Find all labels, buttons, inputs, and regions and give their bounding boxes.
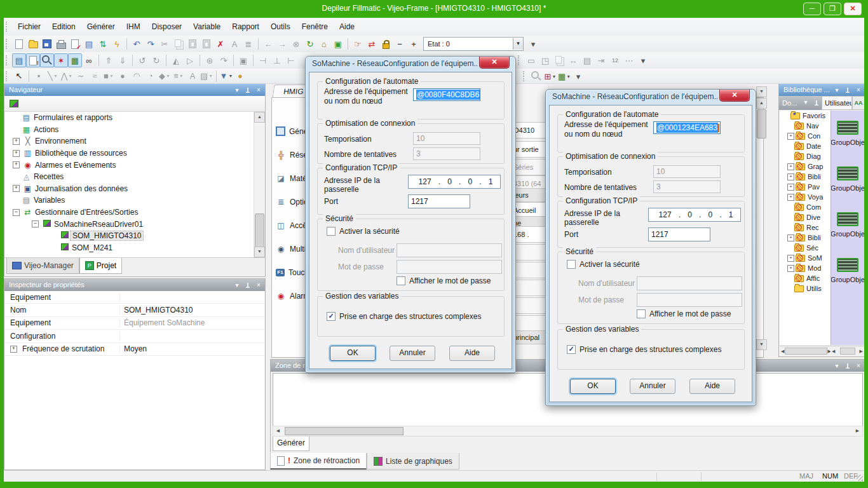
redo-icon[interactable]: ↷ — [144, 37, 158, 51]
collapse-icon[interactable]: − — [13, 209, 20, 216]
close-panel-icon[interactable]: × — [255, 279, 262, 291]
library-folder[interactable]: +Bibli — [780, 172, 831, 182]
scroll-up-icon[interactable]: ▲ — [756, 98, 767, 109]
password-input[interactable] — [637, 293, 742, 307]
expand-icon[interactable]: + — [787, 265, 794, 272]
tree-item[interactable]: ▦Actions — [5, 124, 254, 136]
home-panel-icon[interactable]: ⌂ — [317, 37, 331, 51]
scroll-up-icon[interactable]: ▲ — [254, 112, 265, 123]
toggle-feedback-zone-icon[interactable]: ! — [26, 53, 40, 67]
complex-structures-checkbox[interactable]: ✓Prise en charge des structures complexe… — [567, 345, 721, 354]
toggle-zoom-icon[interactable] — [40, 53, 54, 67]
print-icon[interactable] — [54, 37, 68, 51]
checkbox-icon[interactable] — [327, 227, 336, 236]
refresh-icon[interactable]: ↻ — [303, 37, 317, 51]
expand-icon[interactable]: + — [787, 133, 794, 140]
library-folder[interactable]: Dive — [780, 212, 831, 222]
library-object[interactable]: GroupObje — [831, 202, 864, 248]
tree-item[interactable]: ▤Variables — [5, 194, 254, 207]
library-object[interactable]: GroupObje — [831, 156, 864, 202]
panel-chevron-icon[interactable]: ▼ — [756, 86, 767, 97]
open-folder-icon[interactable] — [26, 37, 40, 51]
switch-tool-icon[interactable]: ▼▼ — [219, 69, 233, 83]
port-input[interactable]: 1217 — [648, 227, 710, 241]
toolbar-overflow-icon[interactable]: ▾ — [526, 37, 540, 51]
property-row[interactable]: +Fréquence de scrutationMoyen — [5, 343, 264, 356]
chevron-down-icon[interactable]: ▼ — [68, 74, 72, 78]
tree-item[interactable]: SOM_HMIGTO4310 — [5, 230, 254, 242]
scroll-thumb[interactable] — [285, 427, 403, 435]
feedback-scrollbar[interactable]: ◀ ▶ — [273, 426, 863, 437]
grid-toggle-icon[interactable]: ▦▼ — [557, 69, 571, 83]
cancel-button[interactable]: Annuler — [630, 379, 675, 394]
ok-button[interactable]: OK — [570, 379, 616, 394]
port-input[interactable]: 1217 — [408, 194, 470, 208]
pan-hand-icon[interactable]: ☞ — [351, 37, 365, 51]
export-panel-icon[interactable]: ▣ — [331, 37, 345, 51]
device-address-input[interactable]: @0080F40C8DB6 — [413, 88, 480, 101]
library-folder[interactable]: Affic — [780, 273, 831, 283]
library-folder[interactable]: Com — [780, 202, 831, 212]
checkbox-icon[interactable]: ✓ — [567, 345, 576, 354]
expand-icon[interactable]: + — [787, 184, 794, 191]
tree-item[interactable]: ▤Formulaires et rapports — [5, 112, 254, 124]
select-tool-icon[interactable]: ↖ — [12, 69, 26, 83]
checkbox-icon[interactable] — [567, 260, 576, 269]
expand-icon[interactable]: + — [787, 163, 794, 170]
close-panel-icon[interactable]: × — [255, 84, 262, 96]
property-row[interactable]: Equipement — [5, 291, 264, 304]
dialog-close-button[interactable]: ✕ — [719, 90, 750, 102]
chevron-down-icon[interactable]: ▼ — [208, 74, 213, 78]
gateway-ip-input[interactable]: 127.0.0.1 — [408, 175, 501, 189]
library-folder[interactable]: +Mod — [780, 263, 831, 273]
chevron-down-icon[interactable]: ▼ — [513, 38, 523, 50]
toolbar-overflow-icon[interactable]: ▾ — [636, 53, 650, 67]
library-folder[interactable]: Date — [780, 141, 831, 151]
checkbox-icon[interactable] — [397, 276, 405, 285]
chevron-down-icon[interactable]: ▼ — [53, 74, 58, 78]
library-folder[interactable]: Séc — [780, 243, 831, 253]
menu-disposer[interactable]: Disposer — [146, 22, 187, 31]
minimize-button[interactable]: ─ — [803, 3, 821, 15]
font-browse-icon[interactable]: AA — [852, 96, 865, 110]
new-file-icon[interactable] — [12, 37, 26, 51]
help-button[interactable]: Aide — [449, 346, 495, 361]
expand-icon[interactable]: + — [13, 150, 20, 157]
library-tab-utilisateur[interactable]: Utilisateu — [822, 96, 852, 110]
pin-icon[interactable]: T — [844, 360, 851, 372]
expand-icon[interactable]: + — [787, 234, 794, 241]
search-binoculars-icon[interactable]: ∞ — [82, 53, 96, 67]
save-icon[interactable] — [40, 37, 54, 51]
scroll-thumb[interactable] — [255, 214, 264, 250]
menu-aide[interactable]: Aide — [334, 22, 360, 31]
tab-liste-de-graphiques[interactable]: Liste de graphiques — [367, 453, 459, 470]
help-button[interactable]: Aide — [689, 379, 735, 394]
device-icon[interactable] — [10, 100, 18, 107]
enable-security-checkbox[interactable]: Activer la sécurité — [327, 227, 400, 236]
library-folder[interactable]: Rec — [780, 222, 831, 233]
cancel-button[interactable]: Annuler — [390, 346, 435, 361]
username-input[interactable] — [397, 243, 502, 257]
show-password-checkbox[interactable]: Afficher le mot de passe — [397, 276, 491, 285]
delete-icon[interactable]: ✗ — [214, 37, 227, 51]
tree-item[interactable]: −SoMachineRseauDriver01 — [5, 218, 254, 230]
pin-icon[interactable]: T — [244, 84, 252, 96]
retries-input[interactable]: 3 — [653, 180, 721, 193]
chevron-down-icon[interactable]: ▼ — [552, 74, 556, 79]
library-folder[interactable]: Favoris — [780, 111, 831, 121]
zoom-out-icon[interactable]: − — [393, 37, 407, 51]
close-panel-icon[interactable]: × — [855, 84, 862, 96]
expand-icon[interactable]: + — [787, 173, 794, 180]
tab-zone-de-r-troaction[interactable]: !Zone de rétroaction — [270, 453, 367, 470]
library-folder[interactable]: Nav — [780, 121, 831, 131]
collapse-icon[interactable]: − — [32, 220, 39, 227]
library-folders-scrollbar[interactable]: ◀▶ — [780, 346, 832, 356]
scroll-left-icon[interactable]: ◀ — [273, 426, 283, 435]
resize-grip[interactable] — [857, 475, 863, 481]
menu-fichier[interactable]: Fichier — [12, 22, 46, 31]
toggle-alarms-icon[interactable]: ✶ — [54, 53, 68, 67]
zoom-in-icon[interactable]: + — [407, 37, 421, 51]
menu-gnrer[interactable]: Générer — [81, 22, 121, 31]
chevron-down-icon[interactable]: ▼ — [566, 74, 571, 79]
tab-vijeomanager[interactable]: Vijeo-Manager — [6, 258, 79, 274]
